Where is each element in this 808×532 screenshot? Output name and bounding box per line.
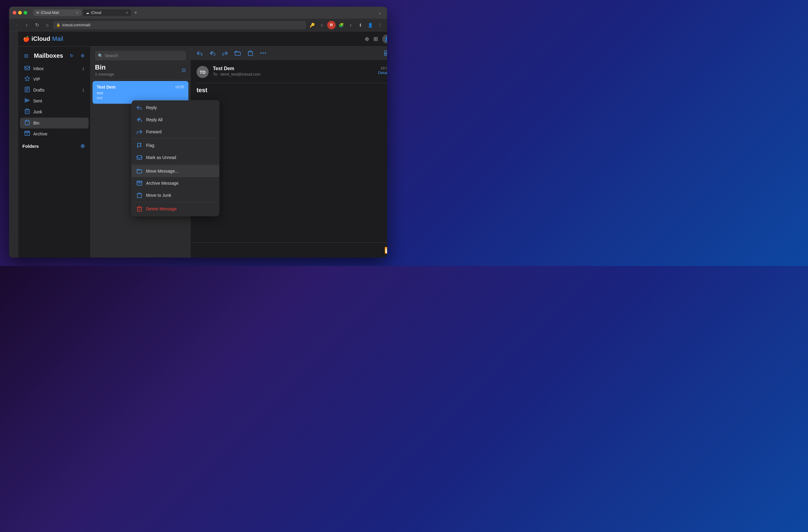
vip-label: VIP xyxy=(33,77,81,82)
tab-close-mail[interactable]: ✕ xyxy=(76,11,79,15)
address-bar[interactable]: 🔒 icloud.com/mail/ xyxy=(53,21,306,29)
download-button[interactable]: ⬇ xyxy=(356,21,365,29)
more-toolbar-button[interactable] xyxy=(258,49,268,58)
extensions-button[interactable]: 🧩 xyxy=(337,21,345,29)
drafts-icon xyxy=(24,87,30,93)
context-menu-mark-unread[interactable]: Mark as Unread xyxy=(131,151,219,164)
sidebar-item-bin[interactable]: Bin xyxy=(20,118,89,129)
context-menu-archive-message[interactable]: Archive Message xyxy=(131,177,219,189)
back-button[interactable]: ‹ xyxy=(12,21,21,29)
move-folder-toolbar-button[interactable] xyxy=(233,49,242,58)
new-tab-button[interactable]: + xyxy=(132,10,139,16)
tab-icloud[interactable]: ☁ iCloud ✕ xyxy=(83,10,131,16)
sidebar-toggle-button[interactable]: ⊟ xyxy=(22,51,30,60)
svg-rect-3 xyxy=(25,121,29,125)
tab-icloud-mail[interactable]: ✉ iCloud Mail ✕ xyxy=(33,10,81,16)
inbox-icon xyxy=(24,66,30,71)
context-mark-unread-label: Mark as Unread xyxy=(146,155,176,160)
folder-sort-button[interactable]: ⊙ xyxy=(181,67,186,73)
sidebar-item-sent[interactable]: Sent xyxy=(20,96,89,106)
delete-message-menu-icon xyxy=(136,206,143,212)
junk-icon xyxy=(24,109,30,115)
reply-menu-icon xyxy=(136,104,143,111)
reply-all-menu-icon xyxy=(136,117,143,123)
context-move-message-label: Move Message... xyxy=(146,169,179,173)
sidebar-refresh-button[interactable]: ↻ xyxy=(68,51,76,60)
context-menu-reply-all[interactable]: Reply All xyxy=(131,114,219,126)
close-button[interactable] xyxy=(13,11,16,15)
header-right: ⊕ ⊞ 👤 xyxy=(365,35,387,43)
screenshot-button[interactable]: ↕ xyxy=(347,21,355,29)
sidebar-title: Mailboxes xyxy=(33,52,65,59)
details-link[interactable]: Details xyxy=(378,71,387,75)
tab-list-button[interactable]: ⌄ xyxy=(376,9,383,16)
context-menu-move-to-junk[interactable]: Move to Junk xyxy=(131,189,219,201)
flag-menu-icon xyxy=(136,142,143,148)
to-address: demt_test@icloud.com xyxy=(220,72,260,76)
reply-all-toolbar-button[interactable] xyxy=(207,49,217,58)
trash-toolbar-button[interactable] xyxy=(245,49,255,58)
search-icon: 🔍 xyxy=(98,54,103,58)
compose-toolbar-button[interactable] xyxy=(382,49,387,58)
context-flag-label: Flag xyxy=(146,143,154,148)
compose-footer-icon[interactable]: 🔁 xyxy=(384,247,387,254)
notification-badge[interactable]: R xyxy=(327,21,336,29)
context-menu-forward[interactable]: Forward xyxy=(131,126,219,138)
new-window-icon[interactable]: ⊕ xyxy=(365,36,369,42)
tab-label-mail: iCloud Mail xyxy=(41,11,59,15)
grid-icon[interactable]: ⊞ xyxy=(373,36,378,42)
context-menu-flag[interactable]: Flag xyxy=(131,139,219,151)
sidebar-settings-button[interactable]: ⚙ xyxy=(78,51,87,60)
title-bar: ✉ iCloud Mail ✕ ☁ iCloud ✕ + ⌄ xyxy=(9,7,387,19)
forward-button[interactable]: › xyxy=(22,21,31,29)
mark-unread-menu-icon xyxy=(136,154,143,160)
sidebar-item-archive[interactable]: Archive xyxy=(20,129,89,139)
context-menu-move-message[interactable]: Move Message... xyxy=(131,165,219,177)
archive-label: Archive xyxy=(33,132,81,136)
context-menu-delete-message[interactable]: Delete Message xyxy=(131,203,219,215)
inbox-label: Inbox xyxy=(33,66,79,71)
detail-toolbar xyxy=(190,46,387,60)
sender-avatar: TD xyxy=(197,66,209,78)
sidebar-item-inbox[interactable]: Inbox 1 xyxy=(20,64,89,73)
forward-toolbar-button[interactable] xyxy=(220,49,230,58)
sidebar-item-junk[interactable]: Junk xyxy=(20,107,89,117)
search-bar[interactable]: 🔍 Search xyxy=(95,51,186,60)
nav-bar: ‹ › ↻ ⌂ 🔒 icloud.com/mail/ 🔑 ☆ R 🧩 ↕ ⬇ 👤… xyxy=(9,19,387,32)
reload-button[interactable]: ↻ xyxy=(33,21,41,29)
search-input[interactable]: Search xyxy=(105,53,183,58)
drafts-label: Drafts xyxy=(33,88,79,93)
menu-button[interactable]: ⋮ xyxy=(375,21,384,29)
folders-section-header: Folders ⊕ xyxy=(18,139,90,151)
brand-label: iCloud xyxy=(32,35,50,42)
sidebar-item-drafts[interactable]: Drafts 1 xyxy=(20,84,89,96)
context-divider-3 xyxy=(131,202,219,202)
tab-favicon-mail: ✉ xyxy=(36,11,39,15)
email-meta: Test Dem To: demt_test@icloud.com xyxy=(213,66,378,76)
sidebar: ⊟ Mailboxes ↻ ⚙ Inbox 1 VIP xyxy=(18,46,91,258)
bin-label: Bin xyxy=(33,120,81,126)
inbox-count: 1 xyxy=(82,66,85,71)
profile-button[interactable]: 👤 xyxy=(366,21,374,29)
svg-rect-17 xyxy=(137,207,142,211)
tab-label-icloud: iCloud xyxy=(91,11,101,15)
account-avatar[interactable]: 👤 xyxy=(382,35,387,43)
passwords-button[interactable]: 🔑 xyxy=(308,21,316,29)
apple-icon: 🍎 xyxy=(23,36,30,42)
svg-rect-13 xyxy=(137,170,142,173)
message-time: 18:05 xyxy=(175,85,184,89)
svg-point-10 xyxy=(265,53,266,54)
bookmark-button[interactable]: ☆ xyxy=(317,21,326,29)
home-button[interactable]: ⌂ xyxy=(43,21,51,29)
context-menu-reply[interactable]: Reply xyxy=(131,101,219,114)
maximize-button[interactable] xyxy=(23,11,27,15)
minimize-button[interactable] xyxy=(18,11,22,15)
add-folder-button[interactable]: ⊕ xyxy=(79,142,86,150)
move-to-junk-menu-icon xyxy=(136,192,143,198)
tab-close-icloud[interactable]: ✕ xyxy=(126,11,128,15)
folder-subtitle: 1 message xyxy=(95,72,114,76)
sidebar-item-vip[interactable]: VIP xyxy=(20,74,89,84)
url-text: icloud.com/mail/ xyxy=(62,23,90,27)
context-divider-2 xyxy=(131,164,219,165)
reply-toolbar-button[interactable] xyxy=(195,49,204,58)
